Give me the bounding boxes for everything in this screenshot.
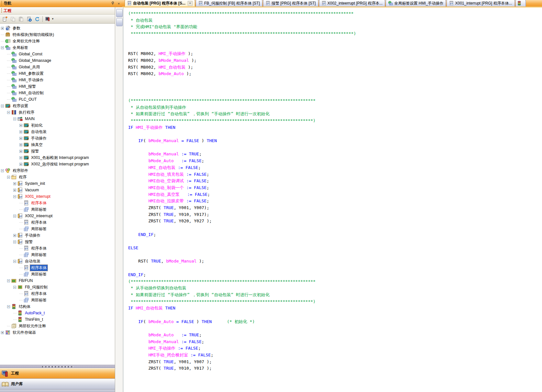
panel-splitter[interactable] [0,365,115,368]
collapse-icon[interactable]: − [13,241,16,243]
tree-item[interactable]: HMI_手动操作 [0,77,115,83]
collapse-icon[interactable]: − [13,260,16,263]
tree-item[interactable]: Global_Const [0,51,115,57]
expand-icon[interactable]: + [13,182,16,185]
tree-item[interactable]: −STX002_inteerrupt [0,213,115,219]
tree-item[interactable]: ST程序本体 [0,200,115,206]
tree-item[interactable]: +STSystem_init [0,180,115,187]
code-line: RST( M8002, bMode_Auto ); [128,71,542,77]
scrollbar-thumb[interactable] [116,18,123,26]
tree-item[interactable]: −FB/FUN [0,277,115,284]
expand-icon[interactable]: + [19,163,22,166]
expand-icon[interactable]: + [1,331,4,334]
tree-item[interactable]: −MAIN [0,116,115,122]
editor-tab-2[interactable]: STFB_伺服控制 [FB] 程序本体 [ST] [196,0,262,6]
collapse-icon[interactable]: − [7,111,10,114]
tree-item[interactable]: +STVacuum [0,187,115,193]
collapse-icon[interactable]: − [13,118,16,120]
expand-icon[interactable]: + [1,27,4,30]
tree-item[interactable]: +参数 [0,25,115,31]
dropdown-caret-icon[interactable]: ▼ [51,17,54,20]
tree-item[interactable]: HMI_报警 [0,83,115,90]
navigator-button-project[interactable]: 工程 [0,368,115,379]
tree-item[interactable]: 局部标签 [0,226,115,232]
tree-item[interactable]: 局部标签 [0,206,115,213]
new-document-button[interactable] [1,15,9,23]
tree-item[interactable]: +X001_色标检测 Interrupt program [0,154,115,161]
navigator-button-library[interactable]: 用户库 [0,379,115,389]
tree-item[interactable]: +报警 [0,148,115,154]
tree-item[interactable]: 局部标签 [0,297,115,303]
svg-text:ST: ST [19,241,22,244]
svg-text:ST: ST [25,221,28,224]
editor-tab-3[interactable]: ST报警 [PRG] 程序本体 [ST] [263,0,318,6]
tree-item[interactable]: HMI_参数设置 [0,70,115,77]
expand-icon[interactable]: + [19,130,22,133]
expand-icon[interactable]: + [19,156,22,159]
tree-item[interactable]: HMI_自动控制 [0,90,115,96]
collapse-icon[interactable]: − [7,305,10,308]
code-line [128,238,542,245]
tree-item[interactable]: −STX001_interrupt [0,193,115,200]
refresh-button[interactable] [33,15,41,23]
tree-item[interactable]: −FB_伺服控制 [0,284,115,290]
tree-item[interactable]: Global_共用 [0,64,115,70]
tree-item[interactable]: +抽真空 [0,141,115,148]
close-icon[interactable]: × [116,1,121,6]
tree-item[interactable]: −结构体 [0,303,115,310]
tree-item[interactable]: ST程序本体 [0,264,115,271]
pin-icon[interactable] [110,1,115,6]
tree-item[interactable]: ThinFilm_t [0,316,115,323]
collapse-icon[interactable]: − [1,46,4,49]
st-code-editor[interactable]: (***************************************… [123,7,542,392]
tree-item[interactable]: −程序设置 [0,103,115,109]
editor-tab-6[interactable]: STX001_interrupt [PRG] 程序本体... [447,0,514,6]
tree-item[interactable]: AutoPack_t [0,310,115,316]
editor-tab-1[interactable]: ST自动包装 [PRG] 程序本体 [S...× [125,0,195,6]
expand-icon[interactable]: + [13,234,16,237]
editor-tab-7[interactable] [515,0,526,6]
tree-item[interactable]: 局部软元件注释 [0,323,115,329]
tree-item[interactable]: +X002_急停按钮 Interrupt program [0,161,115,167]
display-setting-button[interactable] [44,15,52,23]
expand-icon[interactable]: + [19,124,22,127]
expand-icon[interactable]: + [19,137,22,140]
tree-item[interactable]: +自动包装 [0,129,115,135]
tree-item[interactable]: ST程序本体 [0,245,115,252]
tab-close-icon[interactable]: × [188,1,193,6]
expand-icon[interactable]: + [19,143,22,146]
collapse-icon[interactable]: − [1,105,4,107]
tree-connector [7,64,11,70]
tree-item[interactable]: Global_Mmassage [0,57,115,64]
tree-item[interactable]: −ST报警 [0,239,115,245]
tree-item[interactable]: PLC_OUT [0,96,115,103]
tree-item[interactable]: +初始化 [0,122,115,129]
tree-item[interactable]: −程序 [0,174,115,180]
tree-item[interactable]: −全局标签 [0,44,115,51]
scrollbar-button-top[interactable] [116,9,123,17]
collapse-icon[interactable]: − [1,169,4,172]
tree-item[interactable]: 局部标签 [0,252,115,258]
collapse-icon[interactable]: − [13,286,16,289]
tree-item[interactable]: +软元件存储器 [0,329,115,336]
tree-item[interactable]: −ST自动包装 [0,258,115,264]
collapse-icon[interactable]: − [7,279,10,282]
tree-item[interactable]: 特殊模块(智能功能模块) [0,31,115,38]
editor-tab-4[interactable]: STX002_inteerrupt [PRG] 程序本... [319,0,385,6]
collapse-icon[interactable]: − [7,176,10,179]
expand-icon[interactable]: + [19,150,22,153]
tree-item[interactable]: 局部标签 [0,271,115,277]
tree-item[interactable]: +ST手动操作 [0,232,115,239]
collapse-icon[interactable]: − [13,215,16,218]
tree-item[interactable]: 全局软元件注释 [0,38,115,44]
tree-item[interactable]: ST程序本体 [0,219,115,226]
tree-item[interactable]: −程序部件 [0,167,115,174]
tree-item[interactable]: +手动操作 [0,135,115,141]
collapse-icon[interactable]: − [13,195,16,198]
expand-icon[interactable]: + [13,189,16,192]
navigator-button-label: 工程 [11,371,19,376]
tree-item[interactable]: −执行程序 [0,109,115,116]
property-button[interactable]: i [25,15,33,23]
editor-tab-5[interactable]: 全局标签设置 HMI_手动操作 [386,0,446,6]
tree-item[interactable]: ST程序本体 [0,290,115,297]
